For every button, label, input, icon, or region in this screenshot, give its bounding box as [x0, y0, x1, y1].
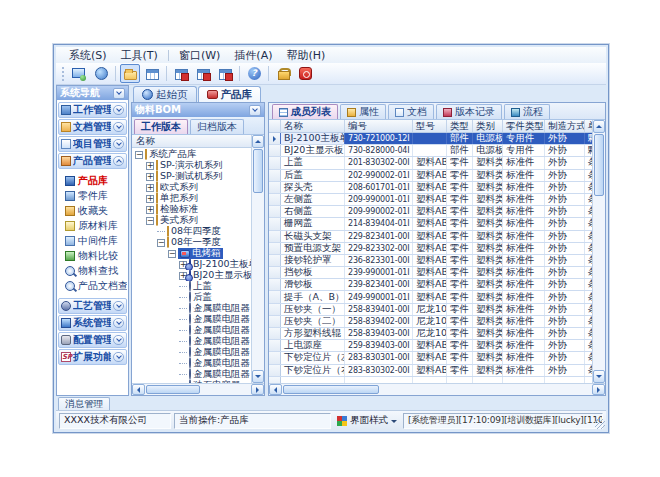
- tree-expander-plus[interactable]: +: [146, 162, 154, 170]
- scroll-thumb[interactable]: [253, 149, 263, 193]
- detail-tab-版本记录[interactable]: 版本记录: [436, 104, 502, 119]
- column-header-型号[interactable]: 型号: [413, 120, 447, 132]
- tree-expander-plus[interactable]: +: [146, 195, 154, 203]
- tree-node[interactable]: +SP-测试机系列: [132, 171, 251, 182]
- tree-node[interactable]: −系统产品库: [132, 149, 251, 160]
- bom-panel-button[interactable]: [249, 105, 261, 116]
- sidebar-item-产品文档查找[interactable]: 产品文档查找: [58, 278, 127, 293]
- sidebar-item-中间件库[interactable]: 中间件库: [58, 233, 127, 248]
- menu-item[interactable]: 窗口(W): [172, 48, 227, 63]
- web-button[interactable]: [91, 64, 111, 83]
- nav-section-工艺管理[interactable]: 工艺管理: [58, 298, 127, 314]
- column-header-零件类型[interactable]: 零件类型: [503, 120, 545, 132]
- tree-node[interactable]: 上盖: [132, 281, 251, 292]
- detail-tab-文档[interactable]: 文档: [388, 104, 434, 119]
- open-library-button[interactable]: [120, 64, 140, 83]
- table-row[interactable]: 探头壳208-601701-01I塑料ABS零件塑料类标准件外协条: [269, 182, 592, 194]
- nav-section-扩展功能[interactable]: 扩展功能: [58, 349, 127, 365]
- tree-node[interactable]: −08年一季度: [132, 237, 251, 248]
- tree-node[interactable]: 金属膜电阻器: [132, 314, 251, 325]
- section-toggle-button[interactable]: [113, 156, 124, 166]
- scroll-right-button[interactable]: [592, 384, 605, 395]
- section-toggle-button[interactable]: [113, 352, 124, 362]
- section-toggle-button[interactable]: [113, 335, 124, 345]
- scroll-up-button[interactable]: [593, 120, 605, 133]
- detail-tab-成员列表[interactable]: 成员列表: [272, 104, 338, 119]
- table-row[interactable]: 预置电源支架229-823302-00I塑料ABS零件塑料类标准件外协条: [269, 243, 592, 255]
- nav-section-系统管理[interactable]: 系统管理: [58, 315, 127, 331]
- sidebar-item-物料查找[interactable]: 物料查找: [58, 263, 127, 278]
- table-row[interactable]: 后盖202-990002-01I塑料ABS零件塑料类标准件外协条: [269, 170, 592, 182]
- scroll-left-button[interactable]: [269, 384, 282, 395]
- table-add-button[interactable]: [171, 64, 191, 83]
- resize-grip[interactable]: [595, 419, 605, 429]
- column-header-类别[interactable]: 类别: [473, 120, 503, 132]
- sidebar-collapse-button[interactable]: [113, 88, 125, 99]
- ui-style-selector[interactable]: 界面样式: [334, 413, 400, 429]
- column-header-编号[interactable]: 编号: [345, 120, 413, 132]
- table-vertical-scrollbar[interactable]: [592, 120, 605, 383]
- column-header-类型[interactable]: 类型: [447, 120, 473, 132]
- sidebar-item-零件库[interactable]: 零件库: [58, 188, 127, 203]
- detail-tab-流程[interactable]: 流程: [504, 104, 550, 119]
- version-tab-归档版本[interactable]: 归档版本: [190, 119, 244, 134]
- tree-node[interactable]: +检验标准: [132, 204, 251, 215]
- scroll-thumb[interactable]: [146, 385, 200, 394]
- sidebar-item-收藏夹[interactable]: 收藏夹: [58, 203, 127, 218]
- table-row[interactable]: 上电源座259-839403-00I塑料ABS零件塑料类标准件外协条: [269, 340, 592, 352]
- tree-expander-minus[interactable]: −: [146, 217, 154, 225]
- version-tab-工作版本[interactable]: 工作版本: [134, 119, 188, 134]
- table-horizontal-scrollbar[interactable]: [269, 383, 605, 395]
- tree-node[interactable]: +BJ-2100主板单点: [132, 259, 251, 270]
- section-toggle-button[interactable]: [113, 139, 124, 149]
- tree-expander-plus[interactable]: +: [146, 173, 154, 181]
- table-row[interactable]: 压钞夹（二）258-839402-00I尼龙1010零件塑料类标准件外协条: [269, 316, 592, 328]
- tree-node[interactable]: −美式系列: [132, 215, 251, 226]
- tab-产品库[interactable]: 产品库: [198, 86, 262, 102]
- tree-node[interactable]: 金属膜电阻器: [132, 369, 251, 380]
- tree-node[interactable]: 金属膜电阻器: [132, 303, 251, 314]
- nav-section-文档管理[interactable]: 文档管理: [58, 119, 127, 135]
- table-row[interactable]: 左侧盖209-990001-01I塑料ABS零件塑料类标准件外协条: [269, 194, 592, 206]
- scroll-left-button[interactable]: [132, 384, 145, 395]
- tree-node[interactable]: +SP-演示机系列: [132, 160, 251, 171]
- tree-expander-plus[interactable]: +: [146, 206, 154, 214]
- scroll-down-button[interactable]: [593, 370, 605, 383]
- tree-vertical-scrollbar[interactable]: [251, 135, 264, 383]
- scroll-thumb[interactable]: [594, 134, 604, 196]
- tab-起始页[interactable]: 起始页: [133, 86, 197, 102]
- table-row[interactable]: 下钞定位片（右）283-830302-00I塑料ABS零件塑料类标准件外协条: [269, 365, 592, 377]
- menu-item[interactable]: 插件(A): [227, 48, 279, 63]
- section-toggle-button[interactable]: [113, 105, 124, 115]
- table-row[interactable]: 提手（A、B）249-990001-01I塑料ABS零件塑料类标准件外协条: [269, 291, 592, 303]
- menu-item[interactable]: 帮助(H): [279, 48, 332, 63]
- tree-horizontal-scrollbar[interactable]: [132, 383, 264, 395]
- tree-node[interactable]: 金属膜电阻器: [132, 347, 251, 358]
- scroll-right-button[interactable]: [251, 384, 264, 395]
- tree-expander-plus[interactable]: +: [146, 184, 154, 192]
- tree-node[interactable]: 金属膜电阻器: [132, 325, 251, 336]
- workspace-button[interactable]: [69, 64, 89, 83]
- tree-node[interactable]: +BJ20主显示板: [132, 270, 251, 281]
- data-table-button[interactable]: [142, 64, 162, 83]
- sidebar-item-物料比较[interactable]: 物料比较: [58, 248, 127, 263]
- tree-expander-minus[interactable]: −: [168, 250, 176, 258]
- scroll-up-button[interactable]: [252, 135, 264, 148]
- exit-button[interactable]: [295, 64, 315, 83]
- table-row[interactable]: 栅网盖214-839404-01I塑料ABS零件塑料类标准件外协条: [269, 218, 592, 230]
- table-delete-button[interactable]: [215, 64, 235, 83]
- nav-section-配置管理[interactable]: 配置管理: [58, 332, 127, 348]
- column-header-制造方式[interactable]: 制造方式: [545, 120, 585, 132]
- section-toggle-button[interactable]: [113, 318, 124, 328]
- table-row[interactable]: BJ-2100主板单点730-721000-12I部件电源板专用件外协颗: [269, 133, 592, 145]
- nav-section-工作管理[interactable]: 工作管理: [58, 102, 127, 118]
- table-row[interactable]: 下钞定位片（左）283-830301-00I塑料ABS零件塑料类标准件外协条: [269, 352, 592, 364]
- tree-node[interactable]: +单把系列: [132, 193, 251, 204]
- sidebar-item-产品库[interactable]: 产品库: [58, 173, 127, 188]
- sidebar-item-原材料库[interactable]: 原材料库: [58, 218, 127, 233]
- tree-node[interactable]: 后盖: [132, 292, 251, 303]
- tree-node[interactable]: +欧式系列: [132, 182, 251, 193]
- detail-tab-属性[interactable]: 属性: [340, 104, 386, 119]
- section-toggle-button[interactable]: [113, 301, 124, 311]
- nav-section-产品管理[interactable]: 产品管理: [58, 153, 127, 169]
